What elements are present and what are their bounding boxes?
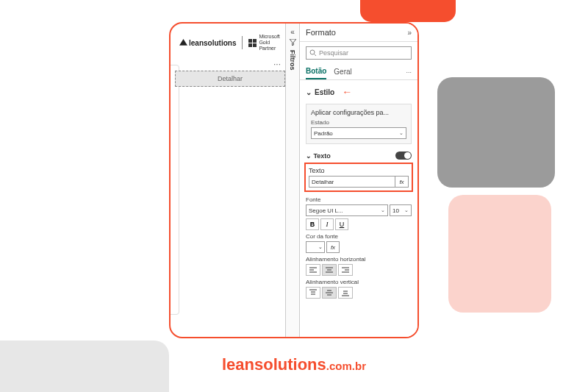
texto-label: Texto	[309, 167, 409, 174]
tab-botao[interactable]: Botão	[306, 64, 326, 79]
format-search-input[interactable]: Pesquisar	[306, 46, 412, 60]
leansolutions-logo: leansolutions	[179, 39, 236, 47]
align-right-icon	[341, 266, 350, 274]
search-icon	[309, 49, 317, 57]
svg-marker-0	[179, 39, 187, 46]
font-color-picker[interactable]: ⌄	[306, 241, 325, 253]
align-left-icon	[309, 266, 318, 274]
format-header: Formato »	[300, 24, 417, 42]
font-size-value: 10	[392, 207, 399, 214]
texto-section-label: Texto	[314, 152, 331, 160]
logo-divider	[242, 36, 243, 49]
halign-label: Alinhamento horizontal	[306, 256, 412, 263]
decor-gray-right	[437, 77, 555, 188]
estado-select[interactable]: Padrão ⌄	[311, 127, 406, 139]
canvas-detalhar-button[interactable]: Detalhar	[175, 71, 285, 87]
document-edge	[169, 65, 179, 315]
format-title: Formato	[306, 28, 336, 37]
font-family-select[interactable]: Segoe UI L... ⌄	[306, 204, 388, 216]
filters-pane-collapsed[interactable]: « Filtros	[285, 24, 300, 337]
row-fonte: Fonte Segoe UI L... ⌄ 10 ⌄ B I U	[306, 196, 412, 230]
footer-main: leansolutions	[222, 355, 326, 374]
callout-arrow-icon: ←	[342, 86, 352, 98]
italic-button[interactable]: I	[320, 218, 334, 230]
screenshot-card: leansolutions Microsoft Gold Partner ···…	[169, 22, 419, 338]
valign-bottom-icon	[341, 289, 350, 296]
align-center-button[interactable]	[322, 264, 337, 276]
format-expand-chevron-icon[interactable]: »	[407, 29, 412, 37]
funnel-icon	[286, 39, 299, 47]
tabs-more[interactable]: ···	[406, 68, 412, 76]
fonte-label: Fonte	[306, 196, 412, 203]
row-cor: Cor da fonte ⌄ fx	[306, 233, 412, 253]
leansolutions-mark-icon	[179, 39, 187, 47]
tab-geral[interactable]: Geral	[334, 65, 351, 79]
underline-button[interactable]: U	[335, 218, 348, 230]
row-valign: Alinhamento vertical	[306, 279, 412, 299]
visual-more-menu[interactable]: ···	[175, 59, 285, 69]
estado-label: Estado	[311, 119, 406, 126]
ms-line1: Microsoft	[259, 34, 285, 40]
estado-value: Padrão	[314, 130, 333, 137]
valign-top-button[interactable]	[306, 287, 320, 299]
canvas-button-label: Detalhar	[218, 75, 243, 82]
valign-middle-icon	[325, 289, 334, 296]
ms-line2: Gold Partner	[259, 40, 285, 51]
chevron-down-icon: ⌄	[306, 152, 314, 160]
svg-line-2	[315, 54, 317, 57]
svg-point-1	[310, 50, 315, 54]
cor-fx-button[interactable]: fx	[326, 241, 340, 253]
footer-suffix: .com.br	[326, 360, 366, 372]
search-placeholder: Pesquisar	[319, 49, 348, 57]
microsoft-partner-logo: Microsoft Gold Partner	[248, 34, 285, 51]
canvas-area: ··· Detalhar	[175, 59, 285, 87]
filters-collapse-chevron-icon[interactable]: «	[286, 24, 299, 36]
texto-toggle[interactable]	[395, 152, 412, 160]
valign-label: Alinhamento vertical	[306, 279, 412, 285]
texto-highlight-box: Texto Detalhar fx	[304, 163, 413, 192]
estilo-label: Estilo	[315, 88, 334, 96]
align-left-button[interactable]	[306, 264, 320, 276]
valign-bottom-button[interactable]	[338, 287, 353, 299]
format-tabs: Botão Geral ···	[300, 64, 417, 80]
section-texto[interactable]: ⌄ Texto	[300, 147, 417, 161]
chevron-down-icon: ⌄	[404, 207, 409, 213]
valign-top-icon	[309, 289, 318, 296]
font-family-value: Segoe UI L...	[309, 207, 343, 214]
leansolutions-text: leansolutions	[189, 39, 236, 47]
font-size-select[interactable]: 10 ⌄	[390, 204, 412, 216]
bold-button[interactable]: B	[306, 218, 319, 230]
aplicar-title: Aplicar configurações pa...	[311, 109, 406, 116]
texto-fx-button[interactable]: fx	[395, 176, 409, 188]
chevron-down-icon: ⌄	[318, 244, 323, 250]
align-right-button[interactable]	[338, 264, 353, 276]
footer-branding: leansolutions.com.br	[0, 355, 588, 374]
chevron-down-icon: ⌄	[399, 130, 404, 136]
valign-middle-button[interactable]	[322, 287, 337, 299]
filters-label: Filtros	[289, 50, 296, 71]
chevron-down-icon: ⌄	[381, 207, 385, 213]
canvas-header: leansolutions Microsoft Gold Partner	[176, 28, 285, 57]
chevron-down-icon: ⌄	[306, 88, 312, 96]
format-panel: Formato » Pesquisar Botão Geral ··· ⌄ Es…	[300, 24, 417, 337]
cor-label: Cor da fonte	[306, 233, 412, 240]
group-aplicar: Aplicar configurações pa... Estado Padrã…	[306, 104, 412, 144]
section-estilo[interactable]: ⌄ Estilo ←	[300, 80, 417, 101]
microsoft-squares-icon	[248, 39, 257, 47]
row-halign: Alinhamento horizontal	[306, 256, 412, 276]
texto-value: Detalhar	[312, 179, 334, 185]
texto-input[interactable]: Detalhar	[309, 176, 395, 188]
decor-orange-top	[360, 0, 456, 22]
decor-lightred	[448, 195, 551, 313]
align-center-icon	[325, 266, 334, 274]
